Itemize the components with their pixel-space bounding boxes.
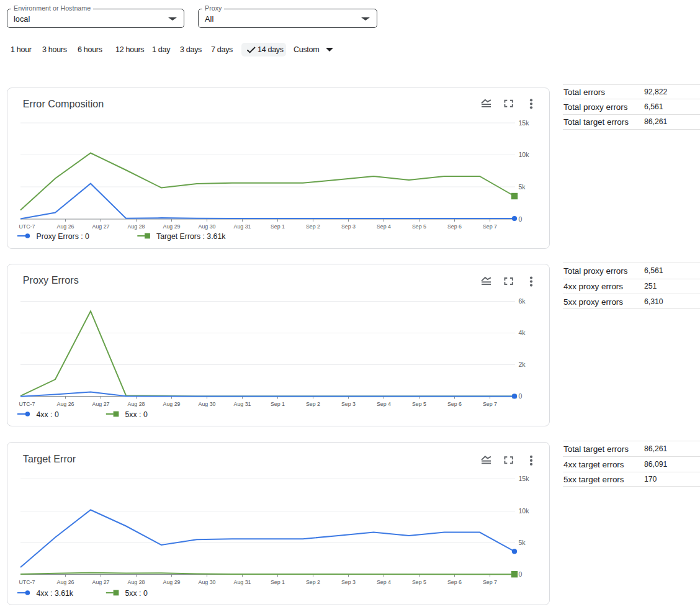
svg-text:Sep 1: Sep 1	[271, 223, 285, 230]
svg-text:UTC-7: UTC-7	[19, 401, 35, 407]
svg-text:Aug 29: Aug 29	[163, 401, 181, 407]
svg-text:4xx : 3.61k: 4xx : 3.61k	[37, 589, 74, 598]
svg-text:0: 0	[519, 215, 523, 222]
svg-text:Aug 28: Aug 28	[128, 223, 145, 230]
svg-text:Sep 4: Sep 4	[377, 223, 391, 230]
svg-text:Sep 3: Sep 3	[341, 223, 356, 230]
svg-text:Sep 7: Sep 7	[483, 223, 497, 230]
svg-text:10k: 10k	[519, 151, 530, 158]
svg-text:Sep 7: Sep 7	[483, 579, 497, 585]
svg-text:Aug 31: Aug 31	[234, 579, 251, 585]
svg-text:0: 0	[519, 570, 523, 578]
svg-text:Aug 28: Aug 28	[128, 401, 145, 407]
svg-text:Sep 3: Sep 3	[341, 579, 356, 585]
svg-text:Sep 5: Sep 5	[412, 579, 426, 585]
svg-text:5k: 5k	[519, 539, 526, 546]
svg-text:Sep 5: Sep 5	[412, 401, 426, 407]
svg-text:Sep 3: Sep 3	[341, 401, 356, 407]
svg-text:Sep 4: Sep 4	[377, 401, 391, 407]
svg-text:Sep 2: Sep 2	[306, 223, 320, 230]
svg-text:UTC-7: UTC-7	[19, 579, 35, 585]
svg-text:Aug 30: Aug 30	[199, 579, 216, 585]
svg-text:Aug 30: Aug 30	[199, 401, 216, 407]
svg-text:4k: 4k	[519, 329, 526, 336]
svg-text:Aug 29: Aug 29	[163, 223, 181, 230]
svg-text:Sep 1: Sep 1	[271, 401, 285, 407]
svg-text:4xx : 0: 4xx : 0	[37, 410, 59, 419]
svg-text:Target Error: Target Error	[23, 453, 76, 464]
svg-text:Aug 26: Aug 26	[57, 579, 74, 585]
svg-text:Sep 5: Sep 5	[412, 223, 426, 230]
svg-text:5xx : 0: 5xx : 0	[125, 589, 148, 598]
svg-text:Aug 27: Aug 27	[92, 223, 110, 230]
svg-text:Aug 26: Aug 26	[57, 223, 74, 230]
svg-text:Sep 6: Sep 6	[447, 223, 462, 230]
svg-text:Sep 2: Sep 2	[306, 579, 320, 585]
svg-text:Aug 26: Aug 26	[57, 401, 74, 407]
svg-text:Proxy Errors: Proxy Errors	[23, 274, 79, 286]
svg-text:Sep 6: Sep 6	[447, 401, 462, 407]
svg-text:Aug 27: Aug 27	[92, 401, 110, 407]
svg-text:Sep 1: Sep 1	[271, 579, 285, 585]
svg-text:Aug 28: Aug 28	[128, 579, 145, 585]
svg-text:Aug 31: Aug 31	[234, 401, 251, 407]
svg-text:Sep 7: Sep 7	[483, 401, 497, 407]
svg-text:Proxy Errors : 0: Proxy Errors : 0	[37, 232, 90, 241]
svg-text:Sep 4: Sep 4	[377, 579, 391, 585]
svg-text:15k: 15k	[519, 475, 530, 482]
svg-text:UTC-7: UTC-7	[19, 223, 35, 230]
svg-text:Sep 2: Sep 2	[306, 401, 320, 407]
svg-text:Aug 31: Aug 31	[234, 223, 251, 230]
svg-text:10k: 10k	[519, 507, 530, 515]
svg-text:Error Composition: Error Composition	[23, 98, 104, 109]
svg-text:6k: 6k	[519, 297, 526, 305]
svg-text:Aug 27: Aug 27	[92, 579, 110, 585]
svg-text:Aug 29: Aug 29	[163, 579, 181, 585]
svg-text:Sep 6: Sep 6	[447, 579, 462, 585]
svg-text:0: 0	[519, 392, 523, 400]
svg-text:Target Errors : 3.61k: Target Errors : 3.61k	[156, 232, 226, 241]
svg-text:Aug 30: Aug 30	[199, 223, 216, 230]
svg-text:5k: 5k	[519, 182, 526, 190]
svg-text:5xx : 0: 5xx : 0	[125, 410, 148, 419]
svg-text:15k: 15k	[519, 119, 530, 126]
svg-text:2k: 2k	[519, 361, 526, 368]
